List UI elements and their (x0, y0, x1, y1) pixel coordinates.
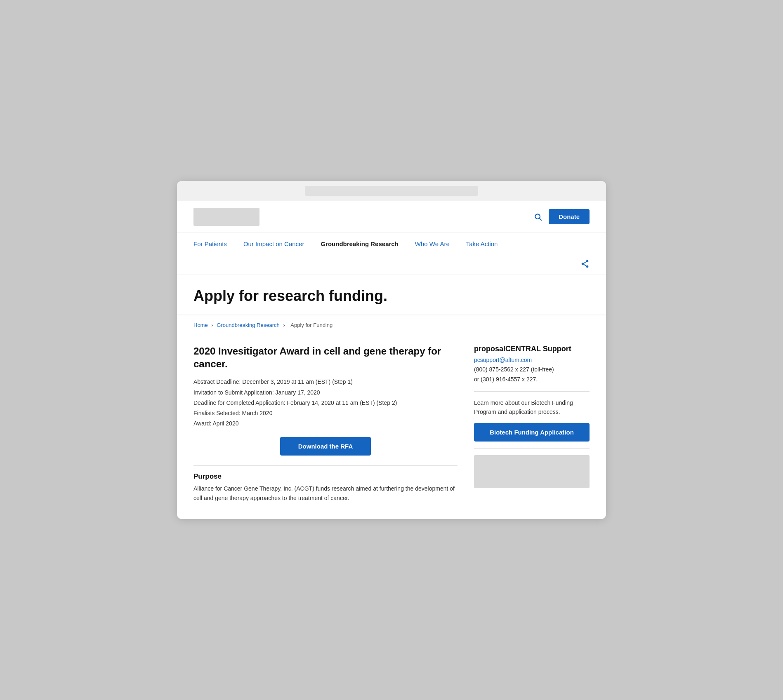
content-divider (193, 465, 458, 466)
sidebar-divider-1 (474, 391, 590, 392)
sidebar-email[interactable]: pcsupport@altum.com (474, 357, 590, 363)
svg-point-3 (582, 263, 584, 265)
main-content: 2020 Invesitigator Award in cell and gen… (193, 345, 458, 503)
award-title: 2020 Invesitigator Award in cell and gen… (193, 345, 458, 370)
breadcrumb-current: Apply for Funding (290, 322, 333, 328)
nav-item-take-action[interactable]: Take Action (466, 233, 498, 255)
award-details: Abstract Deadline: December 3, 2019 at 1… (193, 377, 458, 429)
share-bar (177, 255, 606, 275)
breadcrumb-separator-1: › (211, 322, 215, 328)
nav-item-who-we-are[interactable]: Who We Are (415, 233, 450, 255)
sidebar-phone: (800) 875-2562 x 227 (toll-free) or (301… (474, 365, 590, 385)
nav-item-our-impact[interactable]: Our Impact on Cancer (243, 233, 304, 255)
sidebar-image-placeholder (474, 455, 590, 488)
breadcrumb: Home › Groundbreaking Research › Apply f… (177, 315, 606, 335)
detail-line-4: Finalists Selected: March 2020 (193, 408, 458, 418)
svg-line-1 (540, 218, 542, 221)
nav-item-for-patients[interactable]: For Patients (193, 233, 227, 255)
address-bar[interactable] (305, 186, 478, 196)
site-header: Donate (177, 201, 606, 233)
svg-line-6 (584, 262, 586, 263)
phone-line-2: or (301) 916-4557 x 227. (474, 375, 590, 385)
phone-line-1: (800) 875-2562 x 227 (toll-free) (474, 365, 590, 375)
breadcrumb-separator-2: › (283, 322, 286, 328)
sidebar-divider-2 (474, 448, 590, 449)
breadcrumb-home[interactable]: Home (193, 322, 208, 328)
nav-item-groundbreaking[interactable]: Groundbreaking Research (321, 233, 398, 255)
purpose-text: Alliance for Cancer Gene Therapy, Inc. (… (193, 484, 458, 503)
nav-bar: For Patients Our Impact on Cancer Ground… (177, 233, 606, 255)
download-rfa-button[interactable]: Download the RFA (280, 437, 371, 456)
svg-point-2 (586, 260, 589, 263)
purpose-title: Purpose (193, 472, 458, 481)
donate-button[interactable]: Donate (549, 209, 590, 224)
site-logo (193, 208, 259, 226)
share-icon[interactable] (580, 259, 590, 270)
header-right: Donate (534, 209, 590, 224)
browser-window: Donate For Patients Our Impact on Cancer… (177, 181, 606, 519)
breadcrumb-research[interactable]: Groundbreaking Research (217, 322, 279, 328)
browser-chrome (177, 181, 606, 201)
content-area: 2020 Invesitigator Award in cell and gen… (177, 335, 606, 519)
detail-line-3: Deadline for Completed Application: Febr… (193, 398, 458, 408)
sidebar-support-title: proposalCENTRAL Support (474, 345, 590, 353)
sidebar: proposalCENTRAL Support pcsupport@altum.… (474, 345, 590, 503)
sidebar-desc: Learn more about our Biotech Funding Pro… (474, 398, 590, 417)
biotech-funding-button[interactable]: Biotech Funding Application (474, 423, 590, 442)
detail-line-5: Award: April 2020 (193, 418, 458, 429)
page-title: Apply for research funding. (193, 287, 590, 305)
search-button[interactable] (534, 213, 542, 221)
svg-point-4 (586, 265, 589, 268)
svg-line-5 (584, 264, 586, 266)
detail-line-2: Invitation to Submit Application: Januar… (193, 388, 458, 398)
detail-line-1: Abstract Deadline: December 3, 2019 at 1… (193, 377, 458, 387)
hero-section: Apply for research funding. (177, 275, 606, 315)
